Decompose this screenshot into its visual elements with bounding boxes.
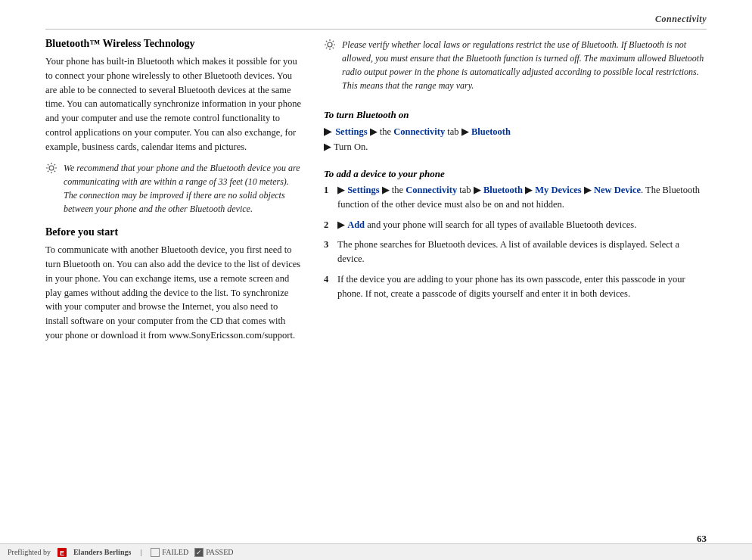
tip-text-2: Please verify whether local laws or regu… — [342, 38, 707, 92]
kw-mydevices: My Devices — [535, 185, 581, 195]
failed-checkbox — [151, 548, 160, 557]
before-body: To communicate with another Bluetooth de… — [45, 243, 303, 342]
step-num-3: 3 — [324, 238, 337, 266]
page-header: Connectivity — [655, 14, 707, 25]
svg-line-7 — [54, 164, 55, 165]
step-text-2: ▶ Add and your phone will search for all… — [337, 218, 707, 232]
add-device-heading: To add a device to your phone — [324, 168, 707, 180]
svg-line-5 — [48, 164, 48, 165]
preflight-label: Preflighted by — [8, 548, 51, 556]
preflight-separator: | — [140, 548, 141, 556]
step-text-4: If the device you are adding to your pho… — [337, 272, 707, 301]
header-divider — [45, 29, 707, 30]
step-1: 1 ▶ Settings ▶ the Connectivity tab ▶ Bl… — [324, 183, 707, 212]
preflight-icon: E — [57, 547, 67, 558]
failed-label: FAILED — [162, 548, 188, 556]
svg-line-15 — [333, 48, 334, 48]
kw-add: Add — [347, 219, 365, 230]
arrow-icon: ▶ — [324, 126, 331, 137]
svg-point-9 — [328, 42, 332, 47]
step-num-1: 1 — [324, 183, 337, 212]
kw-bluetooth-2: Bluetooth — [483, 185, 523, 195]
before-heading: Before you start — [45, 226, 303, 238]
tip-block-1: We recommend that your phone and the Blu… — [45, 161, 303, 216]
step-num-4: 4 — [324, 272, 337, 301]
kw-newdevice: New Device — [594, 185, 641, 195]
preflight-failed: FAILED — [151, 548, 188, 557]
step-2: 2 ▶ Add and your phone will search for a… — [324, 218, 707, 232]
tip-block-2: Please verify whether local laws or regu… — [324, 38, 707, 92]
add-device-steps: 1 ▶ Settings ▶ the Connectivity tab ▶ Bl… — [324, 183, 707, 306]
step-3: 3 The phone searches for Bluetooth devic… — [324, 238, 707, 266]
main-body: Your phone has built-in Bluetooth which … — [45, 54, 303, 154]
step-text-1: ▶ Settings ▶ the Connectivity tab ▶ Blue… — [337, 183, 707, 212]
main-heading: Bluetooth™ Wireless Technology — [45, 38, 303, 50]
header-title: Connectivity — [655, 14, 707, 24]
right-column: Please verify whether local laws or regu… — [324, 38, 707, 522]
passed-label: PASSED — [206, 548, 233, 556]
turn-on-heading: To turn Bluetooth on — [324, 109, 707, 121]
step-text-3: The phone searches for Bluetooth devices… — [337, 238, 707, 266]
svg-point-0 — [49, 166, 54, 170]
svg-line-14 — [326, 41, 327, 42]
tip-icon-1 — [45, 162, 59, 177]
svg-line-16 — [333, 41, 334, 42]
passed-checkbox: ✓ — [194, 548, 204, 557]
svg-line-8 — [48, 171, 48, 172]
turn-on-step: ▶ Settings ▶ the Connectivity tab ▶ Blue… — [324, 124, 707, 154]
left-column: Bluetooth™ Wireless Technology Your phon… — [45, 38, 303, 522]
kw-connectivity-2: Connectivity — [406, 185, 457, 195]
tip-icon-2 — [324, 39, 337, 54]
step-4: 4 If the device you are adding to your p… — [324, 272, 707, 301]
svg-text:E: E — [60, 549, 64, 557]
kw-bluetooth-1: Bluetooth — [471, 126, 511, 137]
tip-text-1: We recommend that your phone and the Blu… — [64, 161, 303, 216]
svg-line-6 — [54, 171, 55, 172]
preflight-passed: ✓ PASSED — [194, 548, 233, 557]
svg-line-17 — [326, 48, 327, 48]
kw-settings-1: Settings — [335, 126, 367, 137]
step-num-2: 2 — [324, 218, 337, 232]
preflight-company: Elanders Berlings — [73, 548, 131, 556]
page-container: Connectivity Bluetooth™ Wireless Technol… — [0, 0, 752, 560]
preflight-bar: Preflighted by E Elanders Berlings | FAI… — [0, 543, 752, 560]
main-content: Bluetooth™ Wireless Technology Your phon… — [45, 38, 707, 522]
kw-settings-2: Settings — [347, 185, 379, 195]
kw-connectivity-1: Connectivity — [393, 126, 445, 137]
